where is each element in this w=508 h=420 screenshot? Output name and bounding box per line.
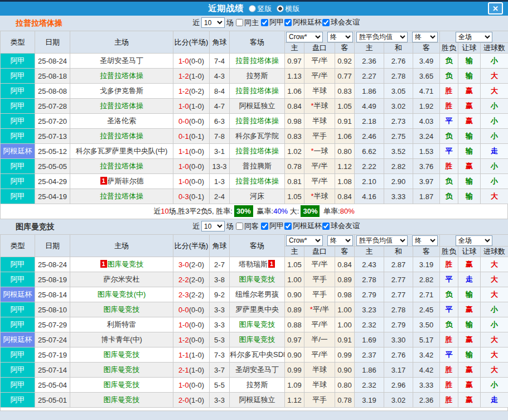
- league-checkbox[interactable]: [322, 223, 330, 230]
- handicap-result-cell: 赢: [458, 84, 481, 99]
- section-header: 拉普拉塔体操 近 10 场 同主 阿甲阿根廷杯球会友谊: [0, 16, 508, 31]
- titlebar: 近期战绩 竖版 横版 ✕: [0, 2, 508, 16]
- same-venue-checkbox[interactable]: [236, 223, 243, 230]
- avg-draw-cell: 2.82: [384, 159, 413, 174]
- league-filter[interactable]: 阿甲: [260, 221, 284, 231]
- team-name: 图库曼竞技: [108, 260, 144, 268]
- home-odds-cell: 1.12: [285, 393, 304, 408]
- sub-handicap: 盘口: [304, 43, 335, 54]
- avg-home-cell: 1.86: [355, 84, 384, 99]
- team-name: 图库曼竞技: [104, 350, 140, 359]
- rank-badge: 1: [268, 260, 275, 268]
- away-odds-cell: 1.12: [335, 159, 355, 174]
- avg-away-cell: 1.87: [413, 189, 440, 204]
- wdl-result-cell: 负: [440, 189, 458, 204]
- fulltime-select[interactable]: 全场: [456, 32, 492, 42]
- league-checkbox[interactable]: [284, 223, 292, 230]
- score-cell: 1-0(0-0): [173, 317, 210, 332]
- summary-part: 近: [153, 207, 161, 215]
- odds-time-select[interactable]: 终: [327, 32, 353, 42]
- team-name: 图库曼竞技: [104, 365, 140, 374]
- col-score: 比分(半场): [173, 31, 210, 54]
- match-row: 阿甲25-08-241图库曼竞技3-0(2-0)2-7塔勒瑞斯11.05平/半0…: [1, 257, 508, 272]
- horizontal-radio[interactable]: [277, 5, 284, 12]
- match-date-cell: 25-08-08: [35, 84, 70, 99]
- same-venue-checkbox[interactable]: [236, 19, 243, 26]
- league-type-cell: 阿甲: [1, 99, 35, 114]
- avg-away-cell: 3.97: [413, 174, 440, 189]
- home-team-cell: 图库曼竞技: [70, 302, 173, 317]
- layout-option-vertical[interactable]: 竖版: [249, 4, 272, 14]
- avg-away-cell: 4.03: [413, 114, 440, 129]
- league-filter[interactable]: 球会友谊: [322, 17, 360, 27]
- home-odds-cell: 0.97: [285, 332, 304, 347]
- avg-time-select[interactable]: 终: [412, 32, 438, 42]
- corner-cell: 4-7: [210, 99, 230, 114]
- handicap-result-cell: 赢: [458, 393, 481, 408]
- avg-draw-cell: 2.96: [384, 378, 413, 393]
- avg-time-select[interactable]: 终: [412, 235, 438, 246]
- avg-draw-cell: 2.90: [384, 174, 413, 189]
- home-odds-cell: 0.84: [285, 99, 304, 114]
- corner-cell: 7-8: [210, 129, 230, 144]
- handicap-result-cell: 输: [458, 54, 481, 69]
- filters-bar: 近 10 场 同客 阿甲阿根廷杯球会友谊: [192, 221, 360, 231]
- match-count-select[interactable]: 10: [201, 221, 225, 231]
- close-button[interactable]: ✕: [488, 2, 503, 15]
- odds-time-select[interactable]: 终: [327, 235, 353, 246]
- match-date-cell: 25-08-10: [35, 302, 70, 317]
- league-filter[interactable]: 阿根廷杯: [284, 221, 322, 231]
- league-checkbox[interactable]: [322, 19, 330, 26]
- corner-cell: 8-4: [210, 84, 230, 99]
- avg-away-cell: 3.65: [413, 69, 440, 84]
- wdl-result-cell: 负: [440, 174, 458, 189]
- league-checkbox[interactable]: [261, 223, 268, 230]
- away-team-cell: 拉普拉塔体操: [230, 54, 285, 69]
- fulltime-select[interactable]: 全场: [456, 235, 492, 246]
- league-type-cell: 阿甲: [1, 302, 35, 317]
- avg-home-cell: 4.49: [355, 99, 384, 114]
- avg-draw-cell: 3.05: [384, 84, 413, 99]
- handicap-result-cell: 赢: [458, 99, 481, 114]
- sub-away-odds: 客: [335, 247, 355, 257]
- home-team-cell: 拉普拉塔体操: [70, 189, 173, 204]
- home-team-cell: 拉普拉塔体操: [70, 159, 173, 174]
- bookmaker-select[interactable]: Crow*: [286, 235, 323, 246]
- league-filter[interactable]: 阿根廷杯: [284, 17, 322, 27]
- fulltime-score: 1-0: [178, 162, 189, 171]
- bookmaker-select[interactable]: Crow*: [286, 32, 323, 42]
- avg-select[interactable]: 胜平负均值: [356, 235, 408, 246]
- avg-away-cell: 3.42: [413, 347, 440, 363]
- halftime-score: (0-0): [189, 117, 204, 125]
- league-checkbox[interactable]: [284, 19, 292, 26]
- team-section-tucuman: 图库曼竞技 近 10 场 同客 阿甲阿根廷杯球会友谊: [0, 219, 508, 411]
- league-checkbox[interactable]: [261, 19, 268, 26]
- league-filter[interactable]: 阿甲: [260, 17, 284, 27]
- avg-home-cell: 2.10: [355, 174, 384, 189]
- league-filter[interactable]: 球会友谊: [322, 221, 360, 231]
- same-venue-filter[interactable]: 同客: [235, 221, 259, 231]
- avg-away-cell: 4.42: [413, 363, 440, 378]
- match-row: 阿甲25-07-20圣洛伦索0-0(0-0)6-3拉普拉塔体操0.98半球0.9…: [1, 114, 508, 129]
- home-odds-cell: 0.98: [285, 114, 304, 129]
- sub-avg-draw: 和: [384, 43, 413, 54]
- halftime-score: (0-0): [189, 177, 204, 186]
- summary-part: 大:: [288, 207, 299, 215]
- sub-home-odds: 主: [285, 247, 304, 257]
- vertical-radio[interactable]: [249, 5, 256, 12]
- home-team-cell: 圣洛伦索: [70, 114, 173, 129]
- score-cell: 1-0(0-0): [173, 174, 210, 189]
- halftime-score: (0-0): [189, 321, 204, 329]
- fulltime-score: 1-2: [178, 336, 189, 344]
- rank-badge: 1: [100, 260, 107, 268]
- team-name: 利斯特雷: [107, 320, 136, 329]
- same-venue-filter[interactable]: 同主: [235, 18, 259, 28]
- match-row: 阿甲25-08-19萨尔米安杜2-2(2-0)3-8图库曼竞技1.00平手0.8…: [1, 272, 508, 287]
- score-cell: 1-2(0-0): [173, 332, 210, 347]
- score-cell: 2-0(1-0): [173, 393, 210, 408]
- layout-option-horizontal[interactable]: 横版: [277, 4, 300, 14]
- avg-draw-cell: 3.02: [384, 99, 413, 114]
- team-name: 图库曼竞技: [239, 320, 275, 329]
- avg-select[interactable]: 胜平负均值: [356, 32, 408, 42]
- match-count-select[interactable]: 10: [201, 17, 225, 28]
